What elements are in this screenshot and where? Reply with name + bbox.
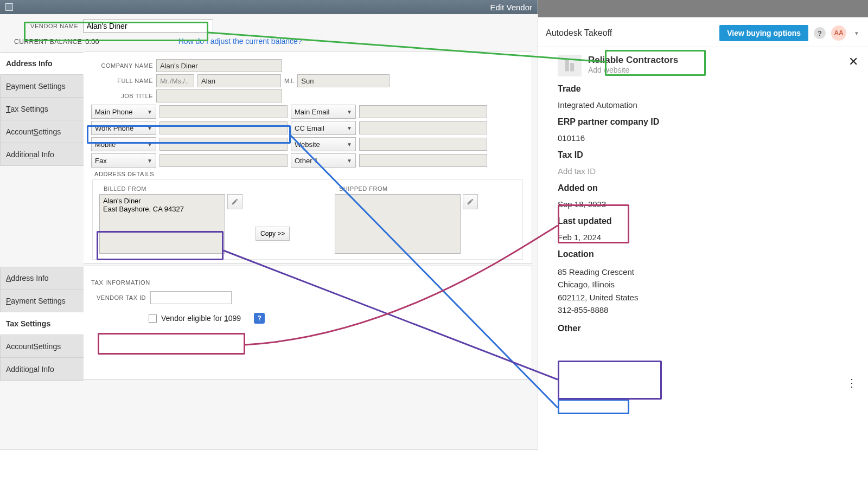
- address-info-card: COMPANY NAME FULL NAME M.I. JOB TITLE Ma…: [84, 51, 532, 263]
- app-name: Autodesk Takeoff: [546, 28, 714, 38]
- combo-label: Other 1: [295, 157, 318, 165]
- added-on-label: Added on: [558, 183, 858, 193]
- location-label: Location: [558, 249, 858, 259]
- nav-tabs-upper: Address InfoPayment SettingsTax Settings…: [0, 51, 84, 267]
- tab-additional-info[interactable]: Additional Info: [0, 358, 84, 381]
- last-updated-value: Feb 1, 2024: [558, 233, 858, 242]
- chevron-down-icon: ▼: [147, 158, 152, 164]
- combo-label: Website: [295, 140, 320, 149]
- avatar[interactable]: AA: [831, 25, 846, 41]
- email-type-combo-0[interactable]: Main Email▼: [291, 105, 356, 119]
- trade-label: Trade: [558, 84, 858, 94]
- combo-label: Mobile: [95, 140, 116, 149]
- building-icon: [562, 58, 577, 73]
- tab-tax-settings[interactable]: Tax Settings: [0, 312, 84, 335]
- chevron-down-icon: ▼: [347, 158, 352, 164]
- tax-settings-card: TAX INFORMATION VENDOR TAX ID Vendor eli…: [84, 266, 532, 380]
- tab-address-info[interactable]: Address Info: [0, 267, 84, 290]
- job-title-label: JOB TITLE: [88, 93, 153, 99]
- phone-type-combo-3[interactable]: Fax▼: [91, 153, 156, 168]
- location-menu-button[interactable]: ⋮: [846, 376, 857, 389]
- email-type-combo-3[interactable]: Other 1▼: [291, 153, 356, 168]
- email-type-combo-1[interactable]: CC Email▼: [291, 121, 356, 135]
- phone-type-combo-0[interactable]: Main Phone▼: [91, 105, 156, 119]
- combo-label: Main Email: [295, 108, 329, 116]
- combo-label: CC Email: [295, 124, 324, 132]
- avatar-menu-chevron-icon[interactable]: ▼: [854, 30, 859, 36]
- email-type-combo-2[interactable]: Website▼: [291, 137, 356, 151]
- pencil-icon: [231, 198, 239, 205]
- email-input-2[interactable]: [359, 138, 487, 151]
- job-title-input[interactable]: [156, 89, 282, 102]
- vendor-1099-label: Vendor eligible for 1099: [161, 314, 241, 323]
- full-name-label: FULL NAME: [88, 78, 153, 84]
- location-line-2: Chicago, Illinois: [558, 278, 858, 291]
- tax-info-header: TAX INFORMATION: [88, 272, 527, 291]
- chevron-down-icon: ▼: [347, 142, 352, 147]
- email-input-3[interactable]: [359, 154, 487, 167]
- current-balance-value: 0.00: [85, 37, 99, 46]
- last-updated-label: Last updated: [558, 216, 858, 226]
- tab-account-settings[interactable]: Account Settings: [0, 335, 84, 358]
- tax-id-value[interactable]: Add tax ID: [558, 166, 858, 176]
- current-balance-label: CURRENT BALANCE: [14, 38, 82, 46]
- shipped-from-textarea[interactable]: [335, 194, 461, 254]
- location-phone: 312-855-8888: [558, 304, 858, 316]
- tab-account-settings[interactable]: Account Settings: [0, 120, 84, 143]
- vendor-name-input[interactable]: [83, 20, 213, 33]
- help-button[interactable]: ?: [814, 27, 826, 39]
- nav-tabs-lower: Address InfoPayment SettingsTax Settings…: [0, 266, 84, 383]
- email-input-1[interactable]: [359, 121, 487, 134]
- location-line-1: 85 Reading Crescent: [558, 266, 858, 278]
- phone-input-3[interactable]: [159, 154, 288, 167]
- help-1099-button[interactable]: ?: [254, 313, 265, 324]
- phone-input-0[interactable]: [159, 105, 288, 118]
- last-name-input[interactable]: [297, 74, 390, 87]
- erp-id-label: ERP partner company ID: [558, 117, 858, 127]
- address-details-header: ADDRESS DETAILS: [94, 171, 527, 177]
- shipped-from-label: SHIPPED FROM: [339, 185, 478, 192]
- view-buying-options-button[interactable]: View buying options: [719, 25, 808, 41]
- close-button[interactable]: ✕: [848, 55, 858, 68]
- salutation-input[interactable]: [156, 74, 194, 87]
- phone-type-combo-2[interactable]: Mobile▼: [91, 137, 156, 151]
- erp-id-value: 010116: [558, 133, 858, 143]
- tab-payment-settings[interactable]: Payment Settings: [0, 75, 84, 98]
- edit-shipped-address-button[interactable]: [463, 194, 478, 209]
- combo-label: Work Phone: [95, 124, 133, 132]
- email-input-0[interactable]: [359, 105, 487, 118]
- copy-address-button[interactable]: Copy >>: [256, 227, 290, 241]
- combo-label: Fax: [95, 157, 107, 165]
- adjust-balance-link[interactable]: How do I adjust the current balance?: [178, 37, 302, 46]
- first-name-input[interactable]: [197, 74, 281, 87]
- rp-topbar: [538, 0, 868, 17]
- chevron-down-icon: ▼: [147, 125, 152, 131]
- window-titlebar: Edit Vendor: [0, 0, 538, 14]
- company-name-label: COMPANY NAME: [88, 62, 153, 69]
- mi-label: M.I.: [284, 78, 294, 84]
- edit-billed-address-button[interactable]: [227, 194, 242, 209]
- vendor-tax-id-input[interactable]: [150, 291, 232, 304]
- phone-input-2[interactable]: [159, 138, 288, 151]
- chevron-down-icon: ▼: [347, 125, 352, 131]
- vendor-name: Reliable Contractors: [588, 55, 678, 66]
- window-sys-icon[interactable]: [5, 3, 13, 11]
- pencil-icon: [467, 198, 474, 205]
- billed-from-label: BILLED FROM: [104, 185, 242, 192]
- tab-address-info[interactable]: Address Info: [0, 52, 84, 75]
- phone-input-1[interactable]: [159, 121, 288, 134]
- trade-value: Integrated Automation: [558, 100, 858, 110]
- tab-tax-settings[interactable]: Tax Settings: [0, 98, 84, 120]
- vendor-1099-checkbox[interactable]: [149, 314, 157, 323]
- add-website-link[interactable]: Add website: [588, 66, 678, 74]
- tax-id-label: Tax ID: [558, 150, 858, 160]
- vendor-name-label: VENDOR NAME: [30, 23, 79, 29]
- tab-payment-settings[interactable]: Payment Settings: [0, 290, 84, 312]
- tab-additional-info[interactable]: Additional Info: [0, 143, 84, 166]
- phone-type-combo-1[interactable]: Work Phone▼: [91, 121, 156, 135]
- billed-from-textarea[interactable]: [99, 194, 225, 254]
- chevron-down-icon: ▼: [147, 142, 152, 147]
- company-name-input[interactable]: [156, 59, 282, 72]
- combo-label: Main Phone: [95, 108, 132, 116]
- chevron-down-icon: ▼: [147, 109, 152, 115]
